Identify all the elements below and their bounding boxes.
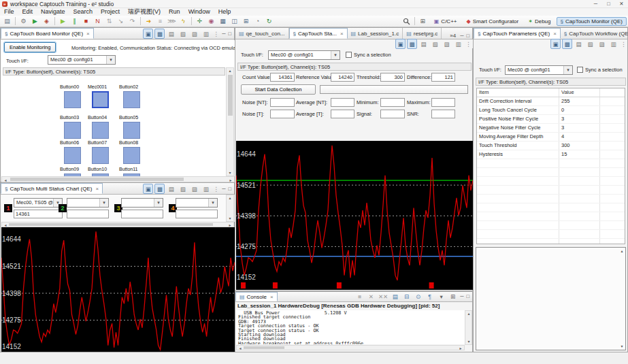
param-row-touch-threshold[interactable]: Touch Threshold300 [477,142,625,150]
zoom-out-chart-icon[interactable]: ▨ [442,39,452,49]
tab-captouch-board-monitor[interactable]: § CapTouch Board Monitor (QE) × [1,28,94,39]
slot-3-channel-select[interactable]: ▾ [121,198,163,208]
params-table[interactable]: ItemValueDrift Correction Interval255Lon… [476,88,625,244]
slot-4-channel-select[interactable]: ▾ [176,198,218,208]
tab-captouch-multi-status-chart[interactable]: § CapTouch Multi Status Chart (QE) × [1,183,103,194]
view-menu-icon[interactable]: ⋮ [465,41,472,48]
zoom-in-chart-icon[interactable]: ▧ [585,39,595,49]
param-value[interactable]: 0 [559,106,600,114]
board-button-button00[interactable] [64,91,81,108]
save-chart-icon[interactable]: ▤ [166,29,176,39]
reference-value-field[interactable]: 14240 [331,73,354,82]
terminate-icon[interactable]: ■ [81,16,91,26]
step-into-icon[interactable]: ↘ [116,16,126,26]
touch-if-select[interactable]: Mec00 @ config01 ▾ [48,55,116,65]
save-chart-icon[interactable]: ▤ [574,39,584,49]
monitor-toggle-icon[interactable]: ▣ [143,184,153,194]
clear-chart-icon[interactable]: ▥ [453,39,463,49]
zoom-in-chart-icon[interactable]: ▧ [178,184,188,194]
open-console-icon[interactable]: ⊞ [448,291,458,301]
monitor-toggle-icon[interactable]: ▣ [143,29,153,39]
view-menu-icon[interactable]: ⋮ [213,186,219,193]
h-scrollbar[interactable]: ◂ ▸ [1,222,234,227]
multi-chart-area[interactable]: 1464414521143981427514152 [1,227,235,352]
param-row-hysteresis[interactable]: Hysteresis15 [477,150,625,159]
tab-captouch-parameters-qe[interactable]: §CapTouch Parameters (QE)× [474,28,561,39]
minimize-view-icon[interactable]: ─ [222,186,225,192]
disconnect-icon[interactable]: ⇅ [104,16,114,26]
monitor-toggle-icon[interactable]: ▣ [550,39,561,49]
h-scrollbar[interactable]: ◂ ▸ [1,176,235,182]
close-icon[interactable]: × [340,31,344,37]
col-header-value[interactable]: Value [559,88,600,97]
enable-monitoring-button[interactable]: Enable Monitoring [4,42,56,52]
display-selected-console-icon[interactable]: ▾ [436,291,446,301]
zoom-in-chart-icon[interactable]: ▧ [430,39,440,49]
trace-view-icon[interactable]: ◫ [229,16,239,26]
status-chart-area[interactable]: 1464414521143981427514152 [236,141,473,290]
count-value-field[interactable]: 14361 [270,73,295,82]
monitor-toggle-icon[interactable]: ▣ [395,39,406,49]
save-icon[interactable]: ▤ [2,16,12,26]
slot-1-channel-select[interactable]: Mec00, TS05 @ c▾ [14,198,63,208]
h-scrollbar[interactable]: ◂ ▸ [236,345,465,350]
start-data-collection-button[interactable]: Start Data Collection [241,84,316,95]
close-icon[interactable]: × [86,31,90,37]
menu-window[interactable]: Window [184,8,214,16]
param-value[interactable]: 255 [559,97,600,105]
close-icon[interactable]: × [553,31,557,37]
menu-navigate[interactable]: Navigate [37,8,69,16]
board-button-button07[interactable] [92,147,109,164]
tab-console[interactable]: ▤ Console × [235,292,278,301]
tab-captouch-sta[interactable]: §CapTouch Sta...× [289,28,348,39]
zoom-out-chart-icon[interactable]: ▨ [189,29,199,39]
close-icon[interactable]: × [270,294,274,300]
minimize-view-icon[interactable]: ─ [460,293,463,299]
resume-icon[interactable]: ▶ [58,16,68,26]
v-scrollbar[interactable]: ▴ ▾ [465,310,472,345]
minimize-view-icon[interactable]: ─ [460,33,463,39]
save-chart-icon[interactable]: ▤ [166,184,176,194]
menu-search[interactable]: Search [69,8,97,16]
param-value[interactable]: 3 [559,115,600,123]
tab-captouch-workflow-qe[interactable]: §CapTouch Workflow (QE) [561,28,628,39]
zoom-out-chart-icon[interactable]: ▨ [189,184,199,194]
close-window-icon[interactable]: ✕ [615,1,628,7]
reset-icon[interactable]: ➜ [144,16,154,26]
maximize-view-icon[interactable]: □ [466,293,469,299]
io-view-icon[interactable]: ⊞ [241,16,251,26]
board-button-button05[interactable] [123,122,140,139]
save-chart-icon[interactable]: ▤ [418,39,429,49]
view-menu-icon[interactable]: ⋮ [213,31,219,37]
clear-chart-icon[interactable]: ▥ [201,184,211,194]
perspective-c-c[interactable]: ▣C/C++ [430,17,461,26]
debug-config-icon[interactable]: ⚙ [18,16,29,26]
maximize-window-icon[interactable]: □ [602,1,615,7]
v-scrollbar[interactable]: ▴ ▾ [226,67,234,176]
record-chart-icon[interactable]: ▩ [154,29,165,39]
param-row-drift-correction-interval[interactable]: Drift Correction Interval255 [477,97,625,106]
skip-all-breakpoints-icon[interactable]: ⋙ [167,16,177,26]
maximize-view-icon[interactable]: □ [228,31,231,37]
board-button-button04[interactable] [92,122,109,139]
board-button-button02[interactable] [123,91,140,108]
menu-v[interactable]: 瑞萨视图(V) [124,8,165,16]
record-chart-icon[interactable]: ▩ [154,184,165,194]
pin-console-icon[interactable]: ⊙ [413,291,423,301]
board-area[interactable]: Button00Button01Button02Button03Button04… [1,77,226,176]
clear-chart-icon[interactable]: ▥ [201,29,211,39]
tab-qe-touch-con[interactable]: ▤qe_touch_con... [235,28,289,39]
v-scrollbar[interactable]: ▴ ▾ [226,195,234,222]
menu-file[interactable]: File [0,8,18,16]
board-button-button06[interactable] [64,147,81,164]
description-box[interactable]: ▴ ▾ [476,247,626,350]
remove-all-launches-icon[interactable]: ✕✕ [378,291,389,301]
flash-download-icon[interactable]: ϟ [178,16,188,26]
new-debug-icon[interactable]: ✛ [195,16,205,26]
sync-selection-checkbox[interactable] [346,52,352,58]
terminate-console-icon[interactable]: ■ [354,291,365,301]
tab-lab-session-1-c[interactable]: ▤Lab_session_1.c [348,28,403,39]
param-row-long-touch-cancel-cycle[interactable]: Long Touch Cancel Cycle0 [477,106,625,115]
external-tools-icon[interactable]: ◈ [42,16,52,26]
refresh-icon[interactable]: ↻ [264,16,274,26]
